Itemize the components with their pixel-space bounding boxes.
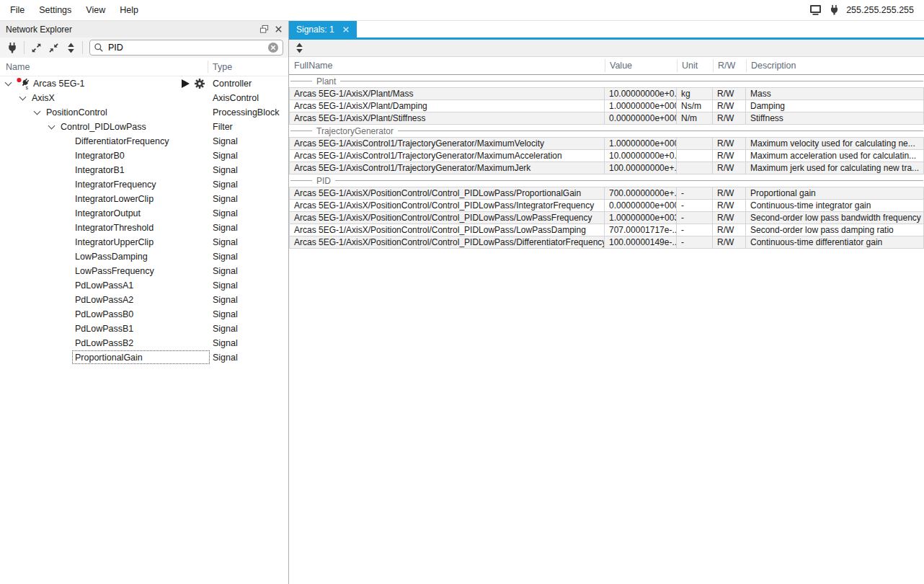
cell-description: Proportional gain <box>746 187 923 199</box>
column-divider[interactable] <box>713 59 714 72</box>
tree-row[interactable]: PdLowPassA1Signal <box>0 278 288 293</box>
table-row[interactable]: Arcas 5EG-1/AxisX/Plant/Mass10.00000000e… <box>290 88 923 100</box>
sort-updown-icon[interactable] <box>295 42 304 54</box>
tree-row[interactable]: LowPassFrequencySignal <box>0 264 288 278</box>
group-rows: Arcas 5EG-1/AxisX/Plant/Mass10.00000000e… <box>289 87 924 125</box>
tree-row[interactable]: Control_PIDLowPassFilter <box>0 120 288 134</box>
gear-icon[interactable] <box>194 78 205 89</box>
column-divider[interactable] <box>208 61 208 73</box>
controller-disconnected-icon: s <box>16 77 30 90</box>
table-row[interactable]: Arcas 5EG-1/AxisX/Plant/Damping1.0000000… <box>290 100 923 112</box>
tree-row[interactable]: PdLowPassB2Signal <box>0 336 288 350</box>
tree-row[interactable]: IntegratorB1Signal <box>0 163 288 177</box>
chevron-down-icon[interactable] <box>34 108 41 115</box>
connect-plug-icon[interactable] <box>4 39 21 56</box>
tree-row[interactable]: LowPassDampingSignal <box>0 249 288 264</box>
cell-unit: - <box>677 187 713 199</box>
tab-signals[interactable]: Signals: 1 <box>289 21 357 37</box>
column-rw[interactable]: R/W <box>713 61 746 71</box>
tab-close-icon[interactable] <box>342 26 350 33</box>
column-divider[interactable] <box>746 59 747 72</box>
menu-items: FileSettingsViewHelp <box>3 0 146 20</box>
ip-address: 255.255.255.255 <box>846 5 914 15</box>
tree-row[interactable]: IntegratorUpperClipSignal <box>0 235 288 249</box>
tree-item-label: PdLowPassB1 <box>75 322 133 336</box>
tree-item-label: PdLowPassA1 <box>75 278 133 293</box>
group-label: PID <box>312 176 335 186</box>
tree-row[interactable]: PdLowPassB0Signal <box>0 307 288 322</box>
column-description[interactable]: Description <box>746 61 924 71</box>
group-rows: Arcas 5EG-1/AxisX/PositionControl/Contro… <box>289 187 924 249</box>
menu-settings[interactable]: Settings <box>32 0 79 20</box>
cell-unit: N/m <box>677 112 713 124</box>
tree-item-label: IntegratorLowerClip <box>75 192 154 206</box>
tree-row[interactable]: IntegratorThresholdSignal <box>0 221 288 235</box>
table-row[interactable]: Arcas 5EG-1/AxisX/PositionControl/Contro… <box>290 212 923 224</box>
tree-row[interactable]: sArcas 5EG-1Controller <box>0 76 288 91</box>
group-separator: Plant <box>289 75 924 87</box>
tree-item-label: IntegratorThreshold <box>75 221 154 235</box>
group-separator: PID <box>289 174 924 187</box>
play-icon[interactable] <box>182 79 190 88</box>
search-icon <box>94 43 104 53</box>
tree-row[interactable]: PositionControlProcessingBlock <box>0 105 288 120</box>
application-window: FileSettingsViewHelp 255.255.255.255 Net… <box>0 0 924 584</box>
chevron-down-icon[interactable] <box>5 79 12 87</box>
tree-row[interactable]: IntegratorB0Signal <box>0 149 288 163</box>
tree-item-type: Signal <box>213 278 238 293</box>
tree-item-type: Signal <box>213 307 238 322</box>
cell-fullname: Arcas 5EG-1/AxisX/Plant/Mass <box>290 88 605 99</box>
column-divider[interactable] <box>605 59 605 72</box>
close-icon[interactable] <box>271 22 285 36</box>
table-row[interactable]: Arcas 5EG-1/AxisControl1/TrajectoryGener… <box>290 150 923 162</box>
column-divider[interactable] <box>677 59 678 72</box>
cell-value: 0.00000000e+000 <box>605 112 677 124</box>
tree-row[interactable]: AxisXAxisControl <box>0 91 288 105</box>
collapse-all-icon[interactable] <box>45 39 62 56</box>
float-icon[interactable] <box>257 22 271 36</box>
cell-unit: - <box>677 212 713 224</box>
tree-row[interactable]: ProportionalGainSignal <box>0 350 288 365</box>
cell-fullname: Arcas 5EG-1/AxisX/PositionControl/Contro… <box>290 187 605 199</box>
table-row[interactable]: Arcas 5EG-1/AxisX/Plant/Stiffness0.00000… <box>290 112 923 125</box>
tree-row[interactable]: IntegratorLowerClipSignal <box>0 192 288 206</box>
table-row[interactable]: Arcas 5EG-1/AxisX/PositionControl/Contro… <box>290 236 923 249</box>
expand-all-icon[interactable] <box>27 39 45 56</box>
sort-updown-icon[interactable] <box>62 39 79 56</box>
table-row[interactable]: Arcas 5EG-1/AxisX/PositionControl/Contro… <box>290 224 923 236</box>
tree-item-label: IntegratorB0 <box>75 149 125 163</box>
column-unit[interactable]: Unit <box>677 61 713 71</box>
clear-icon[interactable] <box>267 42 279 53</box>
tree-item-type: Signal <box>213 206 238 221</box>
tree-column-name[interactable]: Name <box>0 62 30 72</box>
chevron-down-icon[interactable] <box>19 94 27 101</box>
tree-row[interactable]: IntegratorOutputSignal <box>0 206 288 221</box>
separator-line <box>335 180 923 181</box>
tree-item-type: Signal <box>213 134 238 149</box>
menu-view[interactable]: View <box>79 0 112 20</box>
table-row[interactable]: Arcas 5EG-1/AxisControl1/TrajectoryGener… <box>290 138 923 150</box>
tree-item-label: PdLowPassB2 <box>75 336 133 350</box>
table-row[interactable]: Arcas 5EG-1/AxisControl1/TrajectoryGener… <box>290 162 923 174</box>
tree-item-label: Arcas 5EG-1 <box>33 76 85 91</box>
tree-row[interactable]: IntegratorFrequencySignal <box>0 177 288 192</box>
tree-row[interactable]: PdLowPassA2Signal <box>0 293 288 307</box>
table-row[interactable]: Arcas 5EG-1/AxisX/PositionControl/Contro… <box>290 200 923 212</box>
chevron-down-icon[interactable] <box>48 123 55 130</box>
tree-item-type: Signal <box>213 163 238 177</box>
column-fullname[interactable]: FullName <box>289 61 605 71</box>
tree-item-type: Signal <box>213 249 238 264</box>
search-input[interactable] <box>104 43 267 53</box>
column-value[interactable]: Value <box>605 61 677 71</box>
signals-table-header: FullName Value Unit R/W Description <box>289 57 924 75</box>
tree-item-type: Signal <box>213 235 238 249</box>
explorer-toolbar <box>0 37 288 58</box>
tree-column-type[interactable]: Type <box>213 62 232 72</box>
table-row[interactable]: Arcas 5EG-1/AxisX/PositionControl/Contro… <box>290 187 923 200</box>
tree-row[interactable]: DifferentiatorFrequencySignal <box>0 134 288 149</box>
menu-file[interactable]: File <box>3 0 32 20</box>
cell-fullname: Arcas 5EG-1/AxisControl1/TrajectoryGener… <box>290 150 605 162</box>
tree-row[interactable]: PdLowPassB1Signal <box>0 322 288 336</box>
menu-help[interactable]: Help <box>112 0 146 20</box>
group-rows: Arcas 5EG-1/AxisControl1/TrajectoryGener… <box>289 137 924 174</box>
